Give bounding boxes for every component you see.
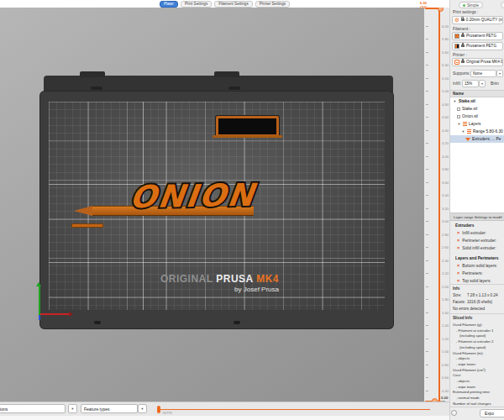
tree-row-label: Layers xyxy=(469,122,480,126)
layer-tick-label: 2.20 xyxy=(442,271,449,276)
settings-item-solid-infill-extruder-[interactable]: ×Solid infill extruder: xyxy=(457,246,496,250)
stake-object-top[interactable] xyxy=(216,116,279,137)
small-bar-object[interactable] xyxy=(71,223,103,228)
layer-tick: 2.20 xyxy=(424,271,449,276)
sliced-info-row: (including spool) xyxy=(459,333,486,338)
supports-select[interactable]: None xyxy=(470,70,496,77)
feature-types-arrow[interactable]: ▾ xyxy=(138,404,147,413)
lock-icon xyxy=(461,34,465,37)
bed-mount-tab xyxy=(214,71,239,77)
settings-group-title: Layers and Perimeters xyxy=(455,256,498,260)
layer-tick: 1.80 xyxy=(424,297,449,302)
object-tree: ▾Stake.stlStake.stlOnion.stl▾Layers▾Rang… xyxy=(450,97,504,213)
layer-tick-label: 1.80 xyxy=(442,297,449,302)
tab-filament-settings[interactable]: Filament Settings xyxy=(214,1,253,8)
simple-mode-dot xyxy=(463,4,465,7)
tree-row-stake-stl[interactable]: Stake.stl xyxy=(450,105,504,113)
remove-x-icon[interactable]: × xyxy=(457,264,459,268)
prusaslicer-window: PlaterPrint SettingsFilament SettingsPri… xyxy=(0,0,504,420)
sliced-info-row: Cost: xyxy=(453,373,461,377)
layer-tick: 3.60 xyxy=(424,181,449,185)
settings-item-perimeters-[interactable]: ×Perimeters: xyxy=(457,271,483,276)
feature-types-select[interactable]: Feature types xyxy=(81,404,138,413)
y-axis xyxy=(39,286,40,315)
tree-header-label: Name xyxy=(453,92,464,96)
remove-x-icon[interactable]: × xyxy=(457,279,459,283)
notification-icon[interactable] xyxy=(451,410,457,416)
sliced-info-row: - objects xyxy=(456,356,470,360)
tree-expander-icon[interactable]: ▾ xyxy=(457,122,461,126)
onion-text-object[interactable]: ONION xyxy=(128,177,257,216)
filament-1-value: Prusament PETG xyxy=(466,34,496,38)
filament-1-select[interactable]: Prusament PETG xyxy=(452,32,503,40)
settings-item-infill-extruder-[interactable]: ×Infill extruder: xyxy=(457,231,486,235)
infill-select[interactable]: 15% xyxy=(462,80,479,87)
layer-tick-label: 5.80 xyxy=(442,37,449,41)
settings-item-bottom-solid-layers-[interactable]: ×Bottom solid layers: xyxy=(457,264,497,268)
remove-x-icon[interactable]: × xyxy=(457,231,459,235)
tree-expander-icon[interactable]: ▾ xyxy=(453,99,457,103)
layer-slider-top-label: 6.30 (31) xyxy=(405,1,427,9)
settings-item-perimeter-extruder-[interactable]: ×Perimeter extruder: xyxy=(457,239,496,243)
remove-x-icon[interactable]: × xyxy=(457,271,459,276)
options-select-value: Options xyxy=(0,407,8,412)
mode-chip-next[interactable] xyxy=(501,2,504,8)
lock-icon xyxy=(461,45,465,47)
mode-chip-simple[interactable]: Simple xyxy=(459,2,483,8)
layer-tick-dash xyxy=(426,286,428,287)
layer-tick-dash xyxy=(426,104,428,105)
layer-tick: 2.80 xyxy=(424,233,449,237)
layer-tick: 5.80 xyxy=(424,37,449,41)
tree-expander-icon[interactable]: ▾ xyxy=(461,129,465,134)
tree-row-range-5-80-6-30-m[interactable]: ▾Range 5.80-6.30 (m xyxy=(450,128,504,135)
layer-slider-top-handle[interactable] xyxy=(438,8,444,12)
layer-tick-label: 3.40 xyxy=(442,193,449,197)
tab-plater[interactable]: Plater xyxy=(160,1,178,8)
sliced-info-row: (including spool) xyxy=(459,345,486,349)
tree-row-extruders-pe[interactable]: Extruders; ... Pe xyxy=(450,135,504,143)
infill-arrow[interactable]: ▾ xyxy=(479,80,486,87)
tree-row-label: Extruders; ... Pe xyxy=(472,137,501,141)
layer-tick-label: 1.20 xyxy=(442,337,449,341)
tree-row-stake-stl[interactable]: ▾Stake.stl xyxy=(450,97,504,105)
layer-tick: 5.20 xyxy=(424,76,449,81)
move-slider-track[interactable] xyxy=(160,409,430,411)
layer-tick-dash xyxy=(426,339,428,339)
settings-item-label: Perimeters: xyxy=(462,271,483,276)
layer-tick-label: 0.40 xyxy=(442,389,449,393)
filament-2-select[interactable]: Prusament PETG xyxy=(452,42,503,50)
filament-2-value: Prusament PETG xyxy=(466,44,496,48)
layer-tick: 1.40 xyxy=(424,323,449,328)
layer-tick-dash xyxy=(426,39,428,39)
settings-item-top-solid-layers-[interactable]: ×Top solid layers: xyxy=(457,279,491,283)
bed-screw-hole xyxy=(234,321,240,324)
settings-group-title: Extruders xyxy=(455,223,474,228)
x-axis xyxy=(40,313,69,315)
tab-print-settings[interactable]: Print Settings xyxy=(181,1,212,8)
layer-tick: 4.00 xyxy=(424,155,449,159)
layer-tick-dash xyxy=(426,195,428,196)
remove-x-icon[interactable]: × xyxy=(457,239,459,243)
options-select-arrow[interactable]: ▾ xyxy=(68,404,77,413)
infill-value: 15% xyxy=(465,81,472,86)
supports-arrow[interactable]: ▾ xyxy=(496,70,503,77)
options-select[interactable]: Options xyxy=(0,404,66,413)
tree-row-onion-stl[interactable]: Onion.stl xyxy=(450,113,504,120)
sliced-info-row: - wipe tower xyxy=(456,362,475,366)
layer-tick: 0.80 xyxy=(424,363,449,367)
export-gcode-button[interactable]: Expo xyxy=(480,409,504,417)
stake-object-tip[interactable] xyxy=(74,206,92,216)
print-settings-select[interactable]: ⚙ 0.20mm QUALITY (mo xyxy=(452,16,503,24)
sliced-info-title: Sliced Info xyxy=(453,316,472,320)
tab-printer-settings[interactable]: Printer Settings xyxy=(255,1,290,8)
settings-item-label: Top solid layers: xyxy=(462,279,491,283)
divider xyxy=(450,284,504,285)
tree-row-layers[interactable]: ▾Layers xyxy=(450,120,504,128)
3d-viewport[interactable]: ONION ONION ORIGINAL PRUSA MK4 by Josef … xyxy=(0,8,424,402)
move-slider-handle[interactable] xyxy=(157,406,160,413)
layer-tick-label: 4.80 xyxy=(442,102,449,107)
sliced-info-row: Used Filament (m): xyxy=(453,351,484,355)
layer-tick-dash xyxy=(426,391,428,391)
remove-x-icon[interactable]: × xyxy=(457,246,459,250)
printer-select[interactable]: Original Prusa MK4 0.4 xyxy=(452,58,503,66)
